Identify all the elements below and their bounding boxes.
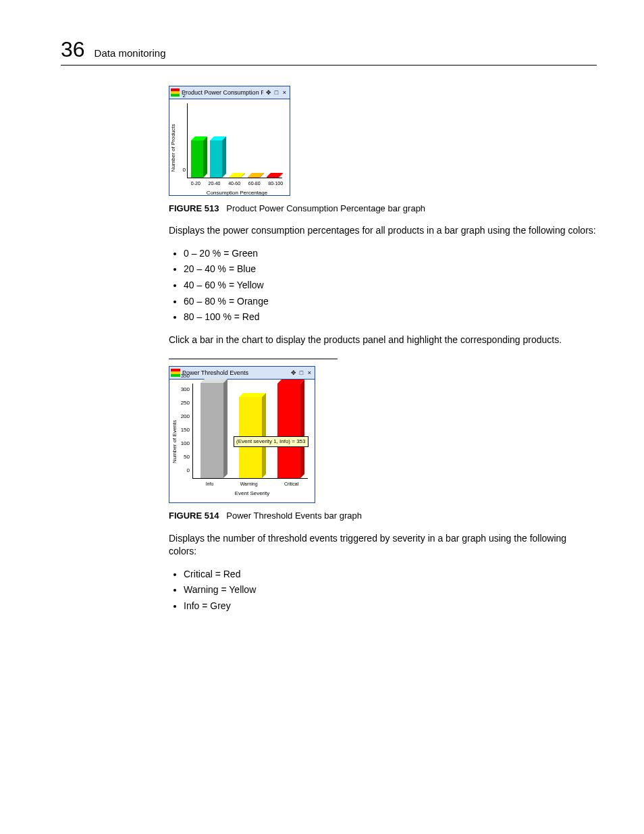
page-content: Product Power Consumption P... ✥ □ × Num… [169, 86, 597, 613]
figure-label: FIGURE 514 [169, 511, 219, 521]
chart-bar[interactable] [210, 140, 222, 178]
chart-bar[interactable] [267, 177, 279, 178]
chart-tooltip: (Event severity 1, Info) = 353 [234, 436, 308, 446]
y-tick: 2 [183, 92, 186, 99]
widget-icon [171, 88, 180, 97]
maximize-icon[interactable]: □ [273, 89, 280, 97]
widget-icon [171, 369, 180, 377]
paragraph: Displays the number of threshold events … [169, 532, 597, 558]
widget-title: Product Power Consumption P... [182, 88, 263, 97]
paragraph: Click a bar in the chart to display the … [169, 334, 597, 347]
figure-label: FIGURE 513 [169, 203, 219, 213]
list-item: 0 – 20 % = Green [184, 247, 597, 261]
y-tick: 0 [183, 166, 186, 174]
x-tick: 0-20 [191, 180, 200, 187]
list-item: 20 – 40 % = Blue [184, 263, 597, 276]
chart-widget-consumption: Product Power Consumption P... ✥ □ × Num… [169, 86, 290, 196]
x-ticks: InfoWarningCritical [192, 481, 312, 488]
x-axis-label: Consumption Percentage [187, 189, 287, 197]
x-tick: Info [206, 481, 214, 488]
x-tick: 20-40 [209, 180, 221, 187]
widget-title: Power Threshold Events [182, 369, 288, 377]
chapter-number: 36 [61, 37, 85, 62]
y-tick: 350 [181, 373, 190, 380]
y-tick: 200 [181, 413, 190, 421]
list-item: 60 – 80 % = Orange [184, 295, 597, 309]
figure-title: Product Power Consumption Percentage bar… [226, 203, 425, 213]
list-item: Critical = Red [184, 568, 597, 581]
page-header: 36 Data monitoring [61, 37, 597, 66]
chart-widget-threshold: Power Threshold Events ✥ □ × Number of E… [169, 366, 315, 503]
chart-bar[interactable] [277, 384, 300, 478]
divider [169, 359, 338, 359]
y-tick: 300 [181, 386, 190, 394]
y-tick: 150 [181, 427, 190, 434]
x-tick: 40-60 [228, 180, 240, 187]
figure-title: Power Threshold Events bar graph [226, 511, 362, 521]
y-tick: 50 [184, 454, 190, 461]
paragraph: Displays the power consumption percentag… [169, 224, 597, 238]
y-axis-label: Number of Events [171, 420, 178, 463]
y-tick: 250 [181, 400, 190, 407]
list-item: Warning = Yellow [184, 583, 597, 597]
y-tick: 100 [181, 440, 190, 448]
list-item: 80 – 100 % = Red [184, 311, 597, 324]
x-tick: 60-80 [248, 180, 261, 187]
x-axis-label: Event Severity [192, 490, 312, 497]
list-item: Info = Grey [184, 600, 597, 613]
chapter-title: Data monitoring [95, 47, 166, 59]
figure-caption: FIGURE 513 Product Power Consumption Per… [169, 203, 597, 215]
chart-area[interactable] [187, 103, 282, 178]
chart-area[interactable]: (Event severity 1, Info) = 353 [192, 384, 308, 479]
bullet-list: 0 – 20 % = Green20 – 40 % = Blue40 – 60 … [169, 247, 597, 324]
chart-bar[interactable] [248, 177, 260, 178]
list-item: 40 – 60 % = Yellow [184, 279, 597, 292]
close-icon[interactable]: × [281, 89, 288, 97]
y-tick: 0 [187, 467, 190, 475]
close-icon[interactable]: × [306, 369, 313, 377]
pin-icon[interactable]: ✥ [290, 369, 297, 377]
widget-titlebar: Power Threshold Events ✥ □ × [169, 367, 315, 380]
y-axis-label: Number of Products [169, 124, 177, 172]
widget-titlebar: Product Power Consumption P... ✥ □ × [169, 86, 290, 99]
chart-bar[interactable] [229, 177, 241, 178]
x-tick: Critical [284, 481, 298, 488]
x-tick: Warning [240, 481, 258, 488]
x-tick: 80-100 [268, 180, 283, 187]
figure-caption: FIGURE 514 Power Threshold Events bar gr… [169, 510, 597, 522]
x-ticks: 0-2020-4040-6060-8080-100 [187, 180, 287, 187]
maximize-icon[interactable]: □ [298, 369, 305, 377]
pin-icon[interactable]: ✥ [265, 89, 272, 97]
chart-bar[interactable] [191, 140, 203, 178]
bullet-list: Critical = RedWarning = YellowInfo = Gre… [169, 568, 597, 613]
chart-bar[interactable] [200, 383, 223, 478]
